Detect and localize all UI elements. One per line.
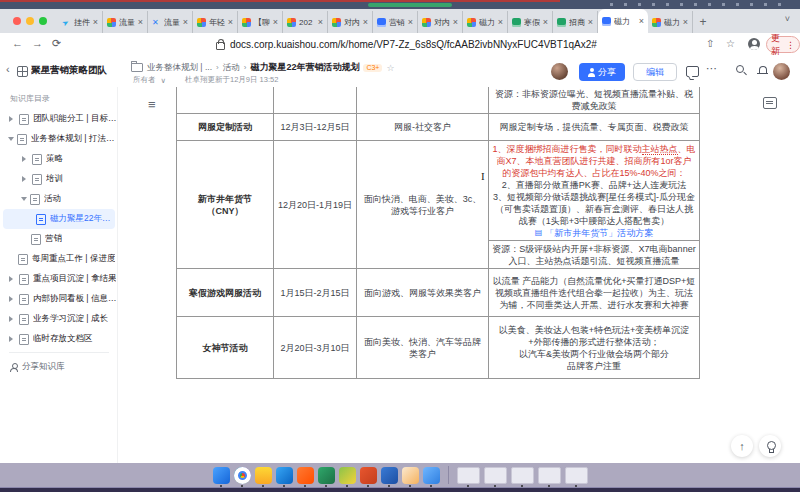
- tab-close-icon[interactable]: ×: [453, 18, 458, 27]
- cell-activity-name[interactable]: 寒假游戏网服活动: [177, 269, 274, 317]
- browser-tab[interactable]: 年轻×: [193, 11, 238, 33]
- cell-audience[interactable]: 面向游戏、网服等效果类客户: [357, 269, 489, 317]
- cell-date[interactable]: 12月20日-1月19日: [274, 141, 357, 269]
- cell-audience[interactable]: 网服-社交客户: [357, 114, 489, 141]
- browser-update-button[interactable]: 更新 ⋮: [766, 36, 800, 53]
- favorite-star-icon[interactable]: ☆: [386, 63, 394, 73]
- breadcrumb-root[interactable]: 业务整体规划 | ...: [147, 62, 212, 74]
- dock-icon-docs-cloud[interactable]: [423, 467, 440, 484]
- owner-filter[interactable]: 所有者: [133, 75, 156, 85]
- outline-toc-icon[interactable]: ≡: [148, 97, 156, 112]
- comment-panel-icon[interactable]: [763, 97, 777, 109]
- browser-tab[interactable]: 磁力×: [463, 11, 508, 33]
- share-button[interactable]: 分享: [579, 63, 625, 81]
- cell-activity-name[interactable]: 新市井年货节（CNY）: [177, 141, 274, 269]
- dock-icon-kuaishou[interactable]: [297, 467, 314, 484]
- cell-activity-name[interactable]: 女神节活动: [177, 317, 274, 379]
- cell-activity-name[interactable]: [177, 87, 274, 114]
- browser-tab-active[interactable]: 磁力×: [598, 9, 648, 33]
- expand-icon[interactable]: [9, 276, 16, 282]
- tab-close-icon[interactable]: ×: [228, 18, 233, 27]
- forward-icon[interactable]: →: [32, 37, 43, 49]
- sidebar-item[interactable]: 内部协同看板 | 信息对齐: [0, 289, 118, 309]
- traffic-minimize-icon[interactable]: [26, 17, 34, 25]
- dock-icon-mail-app[interactable]: [276, 467, 293, 484]
- cell-detail[interactable]: 以美食、美妆达人包装+特色玩法+变美榜单沉淀+外部传播的形式进行整体活动； 以汽…: [489, 317, 700, 379]
- sidebar-item[interactable]: 业务学习沉淀 | 成长: [0, 309, 118, 329]
- sidebar-item-current[interactable]: 磁力聚星22年营销...: [3, 209, 115, 229]
- cell-detail[interactable]: 以流量 产品能力（自然流量优化+买量打通DSP+短视频或直播组件迭代组合拳一起拉…: [489, 269, 700, 317]
- dock-icon-pencil-app[interactable]: [213, 467, 230, 484]
- browser-tab[interactable]: 营销×: [373, 11, 418, 33]
- sidebar-item[interactable]: 业务整体规划 | 打法思路: [0, 129, 118, 149]
- dock-icon-chrome[interactable]: [234, 467, 251, 484]
- browser-tab[interactable]: 招商×: [553, 11, 598, 33]
- collapse-icon[interactable]: [8, 137, 14, 144]
- browser-tab[interactable]: 对内×: [418, 11, 463, 33]
- cell-date[interactable]: 2月20日-3月10日: [274, 317, 357, 379]
- expand-icon[interactable]: [9, 296, 16, 302]
- search-icon[interactable]: [736, 65, 747, 76]
- new-tab-button[interactable]: +: [693, 11, 713, 33]
- sidebar-item[interactable]: 每周重点工作 | 保进度: [0, 249, 118, 269]
- more-menu-icon[interactable]: ⋯: [706, 62, 718, 75]
- team-name[interactable]: 聚星营销策略团队: [31, 64, 117, 77]
- cell-detail[interactable]: 1、深度捆绑招商进行售卖，同时联动主站热点、电商X7、本地直营团队进行共建、招商…: [489, 141, 700, 241]
- cell-detail[interactable]: 网服定制专场，提供流量、专属页面、税费政策: [489, 114, 700, 141]
- sidebar-item[interactable]: 活动: [0, 189, 118, 209]
- reload-icon[interactable]: ⟳: [52, 37, 61, 50]
- cell-audience[interactable]: [357, 87, 489, 114]
- bookmark-star-icon[interactable]: ☆: [726, 38, 735, 49]
- sidebar-item[interactable]: 重点项目沉淀 | 拿结果: [0, 269, 118, 289]
- help-button[interactable]: [759, 435, 781, 457]
- traffic-close-icon[interactable]: [13, 17, 21, 25]
- dock-window-thumbnail[interactable]: [511, 467, 534, 484]
- browser-tab[interactable]: 寒假×: [508, 11, 553, 33]
- expand-icon[interactable]: [9, 336, 16, 342]
- sidebar-item[interactable]: 营销: [0, 229, 118, 249]
- expand-icon[interactable]: [22, 176, 29, 182]
- expand-icon[interactable]: [9, 316, 16, 322]
- dock-icon-green-app[interactable]: [339, 467, 356, 484]
- traffic-zoom-icon[interactable]: [39, 17, 47, 25]
- sidebar-item[interactable]: 策略: [0, 149, 118, 169]
- tab-close-icon[interactable]: ×: [639, 17, 644, 26]
- expand-icon[interactable]: [22, 156, 29, 162]
- sidebar-item[interactable]: 培训: [0, 169, 118, 189]
- dock-icon-powerpoint[interactable]: [360, 467, 377, 484]
- tab-close-icon[interactable]: ×: [408, 18, 413, 27]
- browser-tab[interactable]: ✕流量×: [148, 11, 193, 33]
- edit-button[interactable]: 编辑: [633, 63, 677, 81]
- cell-audience[interactable]: 面向快消、电商、美妆、3c、游戏等行业客户: [357, 141, 489, 269]
- dock-icon-sketch[interactable]: [255, 467, 272, 484]
- browser-tab[interactable]: 对内×: [328, 11, 373, 33]
- breadcrumb-section[interactable]: 活动: [223, 62, 240, 74]
- browser-tab[interactable]: ➤挂件×: [58, 11, 103, 33]
- workspace-grid-icon[interactable]: [17, 66, 28, 77]
- tab-close-icon[interactable]: ×: [363, 18, 368, 27]
- dock-window-thumbnail[interactable]: [457, 467, 480, 484]
- cell-date[interactable]: 1月15日-2月15日: [274, 269, 357, 317]
- tab-close-icon[interactable]: ×: [498, 18, 503, 27]
- dock-icon-orange-app[interactable]: [402, 467, 419, 484]
- cell-resource[interactable]: 资源：S级评级站内开屏+非标资源、X7电商banner入口、主站热点话题引流、短…: [489, 241, 700, 269]
- browser-tab[interactable]: 202×: [283, 11, 328, 33]
- dock-window-thumbnail[interactable]: [484, 467, 507, 484]
- browser-tab[interactable]: 流量×: [103, 11, 148, 33]
- cell-audience[interactable]: 面向美妆、快消、汽车等品牌类客户: [357, 317, 489, 379]
- tab-close-icon[interactable]: ×: [318, 18, 323, 27]
- tab-close-icon[interactable]: ×: [683, 18, 688, 27]
- profile-icon[interactable]: [748, 38, 760, 50]
- expand-icon[interactable]: [9, 116, 16, 122]
- sidebar-item[interactable]: 团队职能分工 | 目标定位: [0, 109, 118, 129]
- tab-close-icon[interactable]: ×: [138, 18, 143, 27]
- share-knowledge-base[interactable]: 分享知识库: [10, 361, 65, 373]
- back-icon[interactable]: ←: [12, 37, 23, 49]
- back-to-top-button[interactable]: ↑: [731, 435, 753, 457]
- browser-tab[interactable]: 【聊×: [238, 11, 283, 33]
- notifications-icon[interactable]: [757, 65, 768, 76]
- tab-close-icon[interactable]: ×: [183, 18, 188, 27]
- collaborator-avatar[interactable]: [551, 63, 568, 80]
- activity-plan-link[interactable]: ▤ 「新市井年货节」活动方案: [492, 227, 696, 239]
- dock-icon-word[interactable]: [381, 467, 398, 484]
